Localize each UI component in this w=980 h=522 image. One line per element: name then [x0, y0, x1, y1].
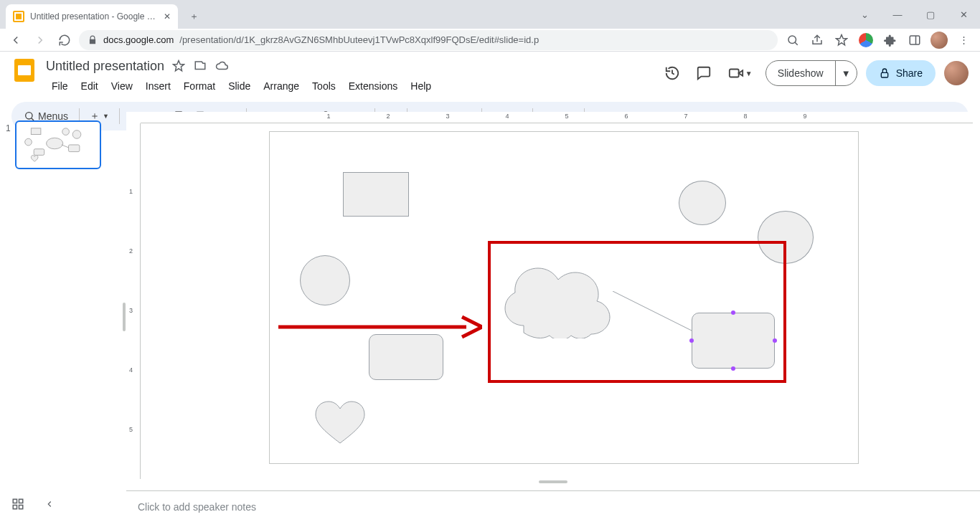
svg-rect-25 [34, 149, 44, 156]
lock-icon [88, 35, 98, 45]
menu-slide[interactable]: Slide [222, 77, 256, 95]
svg-line-24 [61, 145, 68, 148]
back-button[interactable] [6, 30, 26, 50]
browser-chrome: Untitled presentation - Google Slides ✕ … [0, 0, 980, 52]
forward-button[interactable] [30, 30, 50, 50]
url-host: docs.google.com [103, 34, 174, 45]
meet-icon[interactable]: ▼ [724, 62, 757, 85]
svg-rect-6 [881, 72, 887, 77]
share-label: Share [896, 67, 923, 79]
svg-rect-1 [910, 36, 920, 44]
svg-rect-28 [13, 499, 17, 503]
extensions-icon[interactable] [880, 30, 901, 50]
menu-help[interactable]: Help [405, 77, 437, 95]
bookmark-icon[interactable] [831, 30, 852, 50]
svg-rect-4 [18, 65, 31, 75]
svg-point-22 [46, 138, 62, 148]
comments-icon[interactable] [692, 62, 715, 85]
star-icon[interactable] [171, 59, 186, 73]
cloud-status-icon[interactable] [215, 59, 229, 73]
speaker-notes-placeholder: Click to add speaker notes [138, 501, 256, 513]
window-controls: ⌄ — ▢ ✕ [848, 0, 980, 29]
document-title[interactable]: Untitled presentation [46, 59, 164, 74]
app-header: Untitled presentation File Edit View Ins… [0, 52, 980, 98]
svg-point-0 [788, 36, 796, 44]
url-path: /presentation/d/1K_gkrz8AvGZN6SMhbUuteev… [179, 34, 539, 45]
close-window-icon[interactable]: ✕ [947, 0, 980, 29]
tab-title: Untitled presentation - Google Slides [30, 11, 158, 22]
svg-rect-30 [13, 506, 17, 509]
bottom-left-controls [9, 495, 59, 513]
slide-canvas[interactable] [270, 132, 858, 463]
menu-tools[interactable]: Tools [306, 77, 341, 95]
menu-view[interactable]: View [105, 77, 138, 95]
menu-edit[interactable]: Edit [75, 77, 104, 95]
shape-oval[interactable] [300, 255, 350, 305]
account-avatar[interactable] [944, 61, 969, 85]
close-tab-icon[interactable]: ✕ [164, 11, 171, 22]
svg-rect-5 [730, 70, 739, 77]
menu-arrange[interactable]: Arrange [258, 77, 305, 95]
workspace: 1 1 2 3 4 5 6 7 8 9 [0, 112, 980, 522]
slideshow-dropdown-icon[interactable]: ▼ [835, 61, 857, 85]
shape-oval[interactable] [679, 181, 726, 225]
address-bar: docs.google.com/presentation/d/1K_gkrz8A… [0, 29, 980, 52]
menu-file[interactable]: File [46, 77, 74, 95]
chrome-menu-icon[interactable]: ⋮ [953, 30, 974, 50]
minimize-icon[interactable]: — [881, 0, 914, 29]
reload-button[interactable] [55, 30, 75, 50]
url-field[interactable]: docs.google.com/presentation/d/1K_gkrz8A… [79, 30, 778, 50]
collapse-filmstrip-icon[interactable] [40, 495, 59, 513]
slide-thumbnail[interactable] [15, 120, 101, 169]
maximize-icon[interactable]: ▢ [914, 0, 947, 29]
menu-bar: File Edit View Insert Format Slide Arran… [46, 77, 661, 95]
annotation-highlight-box [488, 241, 786, 383]
zoom-icon[interactable] [782, 30, 804, 50]
new-tab-button[interactable]: ＋ [184, 6, 204, 27]
slideshow-label: Slideshow [766, 61, 835, 85]
history-icon[interactable] [661, 62, 684, 85]
ruler-horizontal: 1 2 3 4 5 6 7 8 9 [141, 112, 973, 123]
speaker-notes[interactable]: Click to add speaker notes [126, 490, 980, 522]
svg-rect-23 [68, 145, 79, 152]
lock-icon [879, 67, 890, 79]
share-page-icon[interactable] [806, 30, 828, 50]
shape-rounded-rectangle[interactable] [369, 334, 443, 380]
tab-strip: Untitled presentation - Google Slides ✕ … [0, 0, 980, 29]
shape-rectangle[interactable] [343, 172, 409, 217]
slides-logo-icon[interactable] [11, 57, 40, 86]
share-button[interactable]: Share [866, 60, 936, 86]
svg-point-21 [24, 138, 32, 146]
profile-avatar[interactable] [928, 30, 950, 50]
move-icon[interactable] [193, 59, 207, 73]
ruler-vertical: 1 2 3 4 5 [126, 123, 141, 479]
slideshow-button[interactable]: Slideshow ▼ [765, 60, 857, 86]
svg-point-19 [62, 128, 69, 136]
svg-rect-29 [19, 499, 23, 503]
browser-tab[interactable]: Untitled presentation - Google Slides ✕ [6, 4, 178, 29]
menu-format[interactable]: Format [178, 77, 221, 95]
slides-favicon-icon [13, 11, 24, 22]
slide-number: 1 [6, 120, 11, 513]
filmstrip: 1 [0, 112, 122, 522]
annotation-arrow [278, 314, 482, 340]
canvas-area: 1 2 3 4 5 6 7 8 9 1 2 3 4 5 [126, 112, 980, 522]
menu-extensions[interactable]: Extensions [343, 77, 403, 95]
extension-badge-icon[interactable] [855, 30, 877, 50]
svg-rect-31 [19, 506, 23, 509]
explore-grid-icon[interactable] [9, 495, 27, 513]
svg-rect-18 [31, 128, 41, 135]
chevron-down-icon[interactable]: ⌄ [848, 0, 881, 29]
shape-heart[interactable] [311, 399, 369, 446]
menu-insert[interactable]: Insert [140, 77, 176, 95]
notes-resize-handle[interactable] [539, 480, 567, 483]
svg-point-20 [72, 130, 81, 139]
side-panel-icon[interactable] [904, 30, 925, 50]
